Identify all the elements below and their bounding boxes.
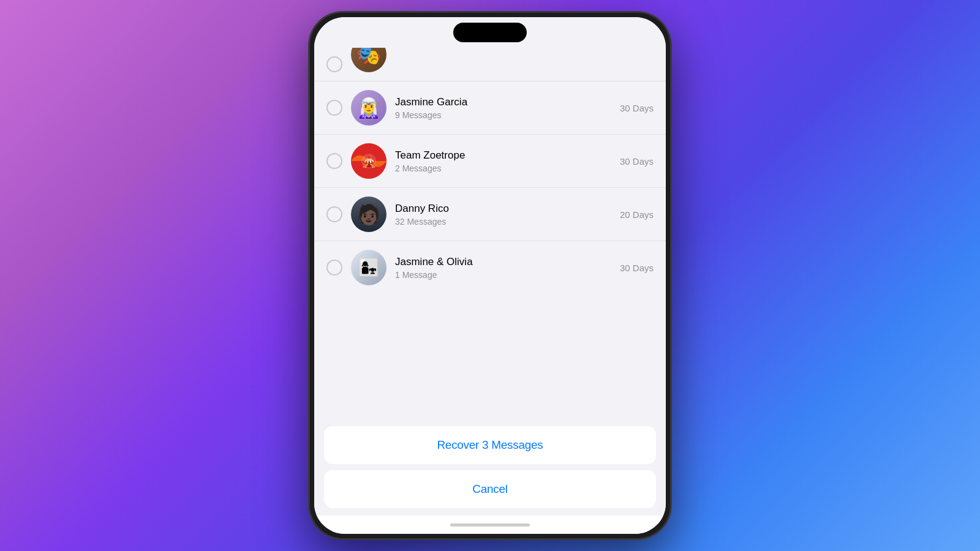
- radio-btn-partial[interactable]: [326, 56, 342, 72]
- radio-btn-jasmine-garcia[interactable]: [326, 100, 342, 116]
- count-jasmine-garcia: 9 Messages: [395, 110, 611, 120]
- action-area: Recover 3 Messages Cancel: [314, 420, 666, 515]
- count-team-zoetrope: 2 Messages: [395, 163, 611, 173]
- conversation-list[interactable]: 🎭 🧝‍♀️ Jasmine Garcia 9 Messages 30 Days: [314, 48, 666, 420]
- name-danny-rico: Danny Rico: [395, 203, 611, 215]
- count-jasmine-olivia: 1 Message: [395, 270, 611, 280]
- list-item-danny-rico[interactable]: 🧑🏿 Danny Rico 32 Messages 20 Days: [314, 188, 666, 241]
- info-team-zoetrope: Team Zoetrope 2 Messages: [395, 149, 611, 173]
- avatar-partial: 🎭: [351, 48, 386, 72]
- name-team-zoetrope: Team Zoetrope: [395, 149, 611, 162]
- days-jasmine-olivia: 30 Days: [620, 263, 654, 273]
- avatar-danny-rico: 🧑🏿: [351, 197, 386, 232]
- phone-frame: 🎭 🧝‍♀️ Jasmine Garcia 9 Messages 30 Days: [309, 12, 671, 539]
- radio-btn-danny-rico[interactable]: [326, 206, 342, 222]
- cancel-button[interactable]: Cancel: [324, 470, 656, 508]
- info-jasmine-garcia: Jasmine Garcia 9 Messages: [395, 96, 611, 120]
- avatar-team-zoetrope: 🎪: [351, 143, 386, 179]
- list-spacer: [314, 294, 666, 306]
- content-area: 🎭 🧝‍♀️ Jasmine Garcia 9 Messages 30 Days: [314, 48, 666, 534]
- avatar-jasmine-olivia: 👩‍👧: [351, 250, 386, 285]
- list-item-team-zoetrope[interactable]: 🎪 Team Zoetrope 2 Messages 30 Days: [314, 135, 666, 188]
- recover-button[interactable]: Recover 3 Messages: [324, 426, 656, 464]
- svg-text:🎪: 🎪: [361, 154, 377, 168]
- name-jasmine-olivia: Jasmine & Olivia: [395, 256, 611, 268]
- list-item-jasmine-olivia[interactable]: 👩‍👧 Jasmine & Olivia 1 Message 30 Days: [314, 241, 666, 294]
- info-jasmine-olivia: Jasmine & Olivia 1 Message: [395, 256, 611, 280]
- top-bar: [314, 17, 666, 48]
- zoetrope-svg: 🎪: [351, 143, 386, 179]
- radio-btn-team-zoetrope[interactable]: [326, 153, 342, 169]
- list-item-jasmine-garcia[interactable]: 🧝‍♀️ Jasmine Garcia 9 Messages 30 Days: [314, 81, 666, 135]
- count-danny-rico: 32 Messages: [395, 217, 611, 227]
- screen: 🎭 🧝‍♀️ Jasmine Garcia 9 Messages 30 Days: [314, 17, 666, 534]
- days-jasmine-garcia: 30 Days: [620, 103, 654, 113]
- home-bar: [450, 523, 530, 527]
- list-item-partial: 🎭: [314, 48, 666, 81]
- name-jasmine-garcia: Jasmine Garcia: [395, 96, 611, 108]
- info-danny-rico: Danny Rico 32 Messages: [395, 203, 611, 227]
- home-indicator: [314, 515, 666, 534]
- radio-btn-jasmine-olivia[interactable]: [326, 260, 342, 276]
- dynamic-island: [453, 23, 527, 42]
- days-team-zoetrope: 30 Days: [620, 156, 654, 167]
- avatar-jasmine-garcia: 🧝‍♀️: [351, 90, 386, 126]
- days-danny-rico: 20 Days: [620, 209, 654, 220]
